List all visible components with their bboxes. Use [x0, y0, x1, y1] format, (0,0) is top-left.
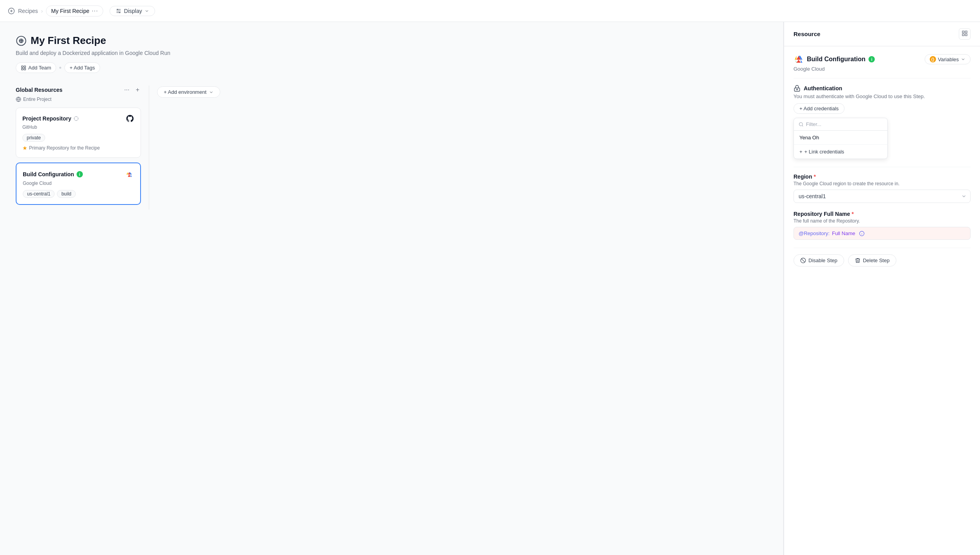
auth-title: Authentication — [794, 85, 971, 92]
recipe-name-label: My First Recipe — [51, 8, 89, 14]
link-credentials-label: + Link credentials — [804, 149, 845, 155]
global-resources-subtitle: Entire Project — [16, 97, 141, 102]
rp-build-config-title: Build Configuration — [807, 56, 865, 63]
add-env-chevron-icon — [209, 90, 214, 95]
global-resources-column: Global Resources ··· + Entire Project — [16, 86, 149, 210]
display-button[interactable]: Display — [110, 6, 155, 16]
right-panel-header: Resource — [784, 22, 980, 46]
add-team-label: Add Team — [28, 65, 51, 71]
global-resources-project-label: Entire Project — [23, 97, 51, 102]
credentials-filter-input[interactable] — [806, 121, 883, 127]
project-repo-tags: private — [22, 134, 134, 142]
credential-yena-oh[interactable]: Yena Oh — [794, 131, 887, 144]
svg-rect-13 — [965, 31, 967, 33]
region-label-text: Region — [794, 173, 812, 180]
right-panel: Resource — [784, 22, 980, 555]
region-select[interactable]: us-central1 us-east1 us-west1 europe-wes… — [794, 190, 971, 203]
repo-name-input[interactable]: @Repository: Full Name — [794, 227, 971, 240]
variables-chevron-icon — [961, 57, 965, 62]
display-chevron-icon — [144, 9, 149, 13]
display-label: Display — [124, 8, 142, 14]
repo-info-icon — [859, 231, 865, 236]
add-team-icon — [21, 65, 26, 71]
auth-title-label: Authentication — [804, 85, 842, 91]
svg-rect-5 — [22, 66, 23, 67]
region-required-star: * — [814, 173, 815, 180]
disable-step-button[interactable]: Disable Step — [794, 254, 844, 267]
rp-info-icon[interactable]: i — [868, 56, 875, 62]
svg-rect-6 — [24, 66, 26, 67]
build-config-subtitle: Google Cloud — [23, 181, 134, 186]
recipe-name-pill[interactable]: My First Recipe ··· — [46, 5, 103, 16]
action-separator — [59, 67, 61, 69]
repo-at-sign: @Repository: — [799, 230, 830, 236]
project-repo-subtitle: GitHub — [22, 124, 134, 130]
repo-required-star: * — [852, 211, 854, 217]
svg-rect-12 — [962, 31, 964, 33]
rp-build-config-subtitle: Google Cloud — [794, 66, 971, 72]
disable-step-label: Disable Step — [808, 257, 837, 263]
rp-divider-1 — [794, 78, 971, 79]
repo-fullname-desc: The full name of the Repository. — [794, 218, 971, 224]
github-icon — [126, 114, 134, 123]
variables-button[interactable]: {} Variables — [925, 54, 971, 64]
google-cloud-card-icon — [124, 170, 134, 179]
top-nav: Recipes › My First Recipe ··· Display — [0, 0, 980, 22]
region-label: Region * — [794, 173, 971, 180]
recipe-nav-icon — [8, 7, 15, 15]
rp-divider-2 — [794, 167, 971, 167]
card-header: Project Repository — [22, 114, 134, 123]
svg-point-2 — [119, 12, 120, 13]
add-creds-label: + Add credentials — [799, 106, 839, 111]
global-resources-add-button[interactable]: + — [134, 86, 141, 94]
primary-repo-label: Primary Repository for the Recipe — [29, 145, 100, 151]
add-environment-button[interactable]: + Add environment — [157, 86, 220, 98]
svg-point-1 — [117, 9, 118, 10]
build-config-tags: us-central1 build — [23, 190, 134, 198]
repo-fullname-field: Repository Full Name * The full name of … — [794, 211, 971, 240]
resource-panel-title: Resource — [794, 31, 820, 37]
breadcrumb-recipes[interactable]: Recipes — [18, 8, 38, 14]
svg-point-18 — [799, 122, 803, 126]
build-config-info-icon[interactable]: i — [77, 171, 83, 177]
right-panel-body: Build Configuration i {} Variables Googl… — [784, 46, 980, 274]
repo-fullname-label-text: Repository Full Name — [794, 211, 850, 217]
build-card-title-row: Build Configuration i — [23, 171, 83, 177]
svg-rect-7 — [22, 68, 23, 70]
globe-icon — [16, 97, 21, 102]
delete-step-button[interactable]: Delete Step — [848, 254, 896, 267]
star-icon: ★ — [22, 145, 27, 151]
google-cloud-panel-icon — [794, 54, 804, 64]
authentication-section: Authentication You must authenticate wit… — [794, 85, 971, 159]
rp-section-header: Build Configuration i {} Variables — [794, 54, 971, 64]
panel-expand-button[interactable] — [959, 28, 971, 40]
build-configuration-card[interactable]: Build Configuration i G — [16, 162, 141, 205]
add-team-button[interactable]: Add Team — [16, 62, 56, 73]
svg-rect-15 — [965, 34, 967, 36]
svg-rect-14 — [962, 34, 964, 36]
add-tags-button[interactable]: + Add Tags — [64, 62, 100, 73]
recipe-header: My First Recipe — [16, 35, 768, 47]
region-select-wrapper: us-central1 us-east1 us-west1 europe-wes… — [794, 190, 971, 203]
add-env-label: + Add environment — [164, 89, 207, 95]
global-resources-actions: ··· + — [122, 86, 141, 94]
expand-icon — [962, 30, 968, 37]
recipe-name-dots[interactable]: ··· — [92, 7, 98, 15]
global-resources-more-button[interactable]: ··· — [122, 86, 131, 94]
build-config-title: Build Configuration — [23, 171, 74, 177]
private-tag: private — [22, 134, 45, 142]
recipe-header-icon — [16, 35, 27, 46]
add-credentials-button[interactable]: + Add credentials — [794, 103, 845, 114]
repo-fullname-label: Repository Full Name * — [794, 211, 971, 217]
link-credentials-option[interactable]: + + Link credentials — [794, 144, 887, 159]
project-repository-card[interactable]: Project Repository GitHub private — [16, 108, 141, 158]
search-icon — [799, 122, 804, 127]
breadcrumb-separator: › — [41, 8, 43, 14]
settings-spinner-icon — [73, 116, 79, 121]
credentials-search — [794, 118, 887, 131]
region-desc: The Google Cloud region to create the re… — [794, 181, 971, 186]
project-repo-title: Project Repository — [22, 115, 71, 122]
global-resources-title: Global Resources — [16, 87, 62, 93]
delete-step-label: Delete Step — [863, 257, 890, 263]
main-layout: My First Recipe Build and deploy a Docke… — [0, 22, 980, 555]
